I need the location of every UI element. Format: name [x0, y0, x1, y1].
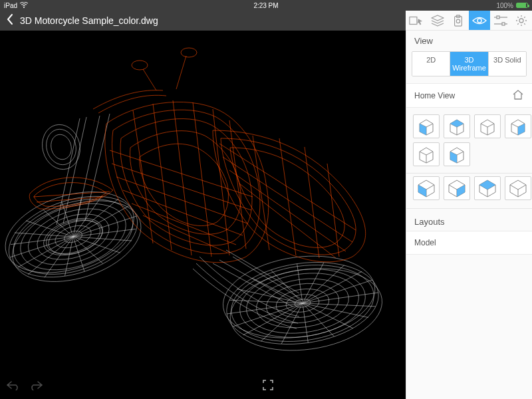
svg-point-60: [49, 132, 74, 162]
ortho-view-grid: [406, 108, 532, 173]
redo-button[interactable]: [29, 380, 44, 394]
iso-view-ne[interactable]: [474, 176, 501, 200]
view-panel-button[interactable]: [469, 11, 490, 30]
svg-line-85: [219, 260, 296, 303]
svg-point-5: [477, 19, 481, 23]
settings-adjust-button[interactable]: [490, 11, 511, 30]
svg-point-62: [181, 48, 197, 57]
iso-view-se[interactable]: [444, 176, 470, 200]
svg-line-80: [279, 138, 296, 255]
iso-view-nw[interactable]: [505, 176, 531, 200]
svg-rect-8: [497, 16, 499, 19]
view-header: View: [406, 31, 532, 50]
home-icon: [512, 89, 524, 102]
layouts-header: Layouts: [406, 209, 532, 231]
undo-button[interactable]: [5, 380, 20, 394]
home-view-label: Home View: [414, 91, 455, 100]
svg-line-72: [193, 102, 211, 257]
svg-line-81: [305, 147, 319, 258]
layout-model[interactable]: Model: [406, 231, 532, 255]
home-view-button[interactable]: Home View: [406, 83, 532, 108]
battery-pct: 100%: [496, 2, 513, 9]
svg-point-31: [225, 259, 387, 360]
svg-point-50: [0, 177, 144, 287]
svg-line-77: [229, 170, 346, 251]
view-toolbar: [406, 11, 532, 31]
settings-gear-button[interactable]: [511, 11, 532, 30]
view-cube-top[interactable]: [413, 142, 440, 166]
svg-line-74: [229, 120, 246, 249]
view-cube-back[interactable]: [444, 114, 470, 138]
view-cube-front[interactable]: [413, 114, 440, 138]
view-cube-right[interactable]: [505, 114, 531, 138]
svg-line-67: [132, 203, 236, 245]
svg-line-76: [223, 157, 352, 242]
svg-line-56: [85, 114, 110, 220]
svg-line-88: [37, 197, 103, 202]
svg-rect-1: [410, 17, 417, 24]
view-cube-bottom[interactable]: [444, 142, 470, 166]
iso-view-sw[interactable]: [413, 176, 440, 200]
svg-line-69: [133, 110, 153, 243]
view-panel: View 2D 3D Wireframe 3D Solid Home View …: [406, 31, 532, 399]
svg-line-78: [239, 184, 336, 258]
svg-line-64: [112, 164, 251, 210]
mode-2d[interactable]: 2D: [412, 52, 450, 76]
clipboard-button[interactable]: [448, 11, 469, 30]
3d-viewport[interactable]: [0, 31, 406, 399]
svg-line-63: [110, 150, 253, 197]
svg-point-0: [23, 7, 25, 8]
svg-line-70: [153, 104, 172, 250]
back-button[interactable]: [0, 13, 20, 29]
svg-point-10: [519, 19, 523, 23]
mode-3d-wireframe[interactable]: 3D Wireframe: [450, 52, 487, 76]
svg-point-58: [37, 120, 85, 174]
svg-rect-9: [502, 23, 505, 25]
layers-button[interactable]: [427, 11, 448, 30]
svg-line-68: [143, 215, 227, 253]
svg-line-55: [76, 116, 100, 222]
iso-view-row: [406, 174, 532, 208]
view-cube-left[interactable]: [474, 114, 501, 138]
view-mode-segmented: 2D 3D Wireframe 3D Solid: [412, 51, 527, 76]
wifi-icon: [20, 2, 28, 9]
svg-line-87: [33, 192, 110, 197]
select-tool-button[interactable]: [406, 11, 427, 30]
svg-line-71: [173, 100, 192, 255]
svg-point-4: [456, 19, 460, 23]
svg-point-30: [217, 247, 380, 347]
svg-point-61: [132, 61, 148, 70]
clock: 2:23 PM: [0, 2, 532, 9]
battery-icon: [516, 3, 528, 8]
ios-status-bar: iPad 2:23 PM 100%: [0, 0, 532, 11]
mode-3d-solid[interactable]: 3D Solid: [488, 52, 526, 76]
fullscreen-button[interactable]: [262, 379, 274, 394]
carrier-label: iPad: [4, 2, 17, 9]
